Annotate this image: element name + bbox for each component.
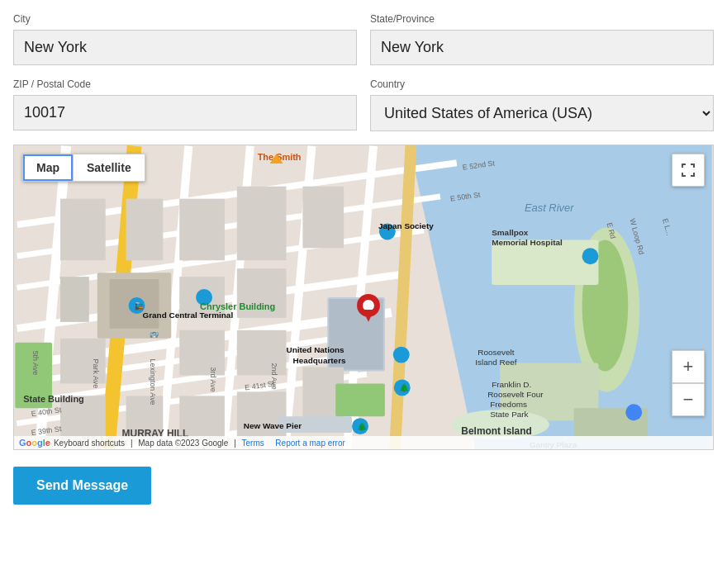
svg-rect-40 <box>335 383 385 416</box>
svg-text:East River: East River <box>525 202 574 214</box>
country-label: Country <box>370 78 714 90</box>
svg-text:Smallpox: Smallpox <box>492 228 529 237</box>
zoom-in-button[interactable]: + <box>672 350 705 383</box>
svg-rect-28 <box>60 277 89 322</box>
attribution-report[interactable]: Report a map error <box>275 439 344 448</box>
country-select[interactable]: United States of America (USA) Canada Un… <box>370 95 714 131</box>
zip-label: ZIP / Postal Code <box>13 78 357 90</box>
satellite-view-button[interactable]: Satellite <box>74 154 145 181</box>
svg-text:🚌: 🚌 <box>150 329 159 339</box>
map-type-toggle: Map Satellite <box>22 154 145 182</box>
svg-text:Freedoms: Freedoms <box>490 400 527 409</box>
svg-text:5th Ave: 5th Ave <box>31 351 40 376</box>
attribution-keyboard: Keyboard shortcuts <box>54 439 125 448</box>
state-label: State/Province <box>370 13 714 25</box>
svg-rect-27 <box>302 187 344 249</box>
svg-rect-23 <box>60 199 106 261</box>
svg-text:Roosevelt Four: Roosevelt Four <box>487 390 544 399</box>
zip-input[interactable] <box>13 95 357 130</box>
attribution-data: Map data ©2023 Google <box>138 439 228 448</box>
svg-rect-24 <box>126 199 164 261</box>
attribution-terms: Terms <box>242 439 264 448</box>
svg-rect-25 <box>179 199 225 261</box>
svg-text:Park Ave: Park Ave <box>92 359 100 389</box>
svg-text:State Park: State Park <box>490 410 528 419</box>
svg-text:Japan Society: Japan Society <box>378 221 434 230</box>
svg-text:New Wave Pier: New Wave Pier <box>244 421 302 430</box>
svg-point-60 <box>625 404 642 420</box>
map-attribution: Google Keyboard shortcuts | Map data ©20… <box>14 436 713 449</box>
map-view-button[interactable]: Map <box>23 154 74 181</box>
city-state-row: City State/Province <box>13 13 714 65</box>
svg-text:Belmont Island: Belmont Island <box>461 425 531 437</box>
zoom-controls: + − <box>672 350 705 416</box>
attribution-separator: | <box>128 439 135 448</box>
city-label: City <box>13 13 357 25</box>
svg-text:🌲: 🌲 <box>357 421 368 432</box>
state-input[interactable] <box>370 30 714 65</box>
zip-country-row: ZIP / Postal Code Country United States … <box>13 78 714 131</box>
map-container: The Smith 🚂 🍴 🌲 🌲 Grand Central Ter <box>13 145 714 450</box>
svg-text:Headquarters: Headquarters <box>292 356 346 365</box>
svg-point-57 <box>582 248 599 264</box>
send-message-button[interactable]: Send Message <box>13 467 151 505</box>
svg-text:United Nations: United Nations <box>287 345 345 354</box>
svg-text:3rd Ave: 3rd Ave <box>209 368 217 392</box>
country-group: Country United States of America (USA) C… <box>370 78 714 131</box>
zoom-out-button[interactable]: − <box>672 383 705 416</box>
svg-text:2nd Ave: 2nd Ave <box>270 363 278 390</box>
city-group: City <box>13 13 357 65</box>
svg-text:Chrysler Building: Chrysler Building <box>200 301 275 311</box>
google-logo: Google <box>19 438 50 448</box>
svg-text:Franklin D.: Franklin D. <box>492 380 531 389</box>
svg-text:Island Reef: Island Reef <box>475 358 517 367</box>
svg-text:Roosevelt: Roosevelt <box>478 348 514 357</box>
fullscreen-button[interactable] <box>672 154 705 187</box>
svg-point-50 <box>363 300 374 311</box>
city-input[interactable] <box>13 30 357 65</box>
zip-group: ZIP / Postal Code <box>13 78 357 131</box>
state-group: State/Province <box>370 13 714 65</box>
svg-text:Lexington Ave: Lexington Ave <box>149 359 157 405</box>
attribution-separator3 <box>268 439 273 448</box>
svg-text:Grand Central Terminal: Grand Central Terminal <box>142 311 233 320</box>
svg-point-56 <box>393 347 410 363</box>
svg-text:Memorial Hospital: Memorial Hospital <box>492 238 563 247</box>
attribution-separator2: | <box>231 439 238 448</box>
svg-rect-26 <box>237 187 287 261</box>
svg-text:State Building: State Building <box>23 394 84 404</box>
fullscreen-icon <box>681 163 696 178</box>
svg-text:🌲: 🌲 <box>399 382 410 393</box>
